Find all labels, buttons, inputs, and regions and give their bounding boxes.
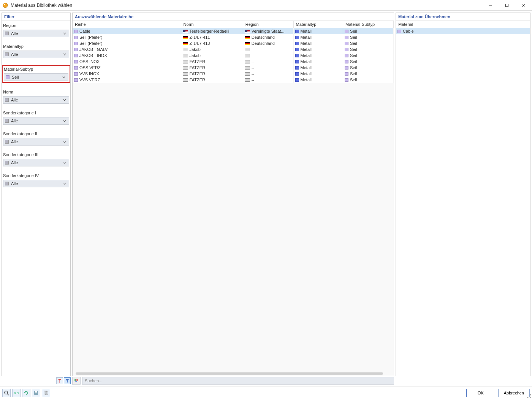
swatch-icon bbox=[74, 42, 78, 45]
swatch-icon bbox=[345, 78, 348, 82]
decimal-tool-button[interactable]: 0,00 bbox=[12, 389, 21, 397]
table-row[interactable]: OSS INOXFATZER--MetallSeil bbox=[73, 59, 394, 65]
filter-dropdown-sk3[interactable]: Alle bbox=[3, 159, 69, 166]
filter-dropdown-materialtyp[interactable]: Alle bbox=[3, 51, 69, 58]
swatch-icon bbox=[5, 182, 9, 185]
swatch-icon bbox=[397, 30, 401, 33]
swatch-icon bbox=[74, 66, 78, 70]
svg-point-7 bbox=[74, 379, 76, 381]
table-row[interactable]: VVS VERZFATZER--MetallSeil bbox=[73, 77, 394, 83]
horizontal-scrollbar[interactable] bbox=[76, 372, 383, 375]
filter-label-sk3: Sonderkategorie III bbox=[3, 152, 69, 157]
flag-icon bbox=[245, 36, 250, 39]
material-series-header: Auszuwählende Materialreihe bbox=[73, 13, 394, 21]
table-row[interactable]: JAKOB - INOXJakob--MetallSeil bbox=[73, 52, 394, 59]
search-input[interactable] bbox=[82, 377, 394, 385]
filter-group-region: RegionAlle bbox=[3, 23, 69, 37]
swatch-icon bbox=[5, 98, 9, 102]
swatch-icon bbox=[74, 30, 78, 33]
chevron-down-icon bbox=[62, 98, 67, 102]
filter-value-materialtyp: Alle bbox=[11, 52, 62, 57]
column-header[interactable]: Material-Subtyp bbox=[343, 21, 394, 28]
resize-grip-icon[interactable] bbox=[527, 394, 531, 398]
filter-panel-header: Filter bbox=[2, 13, 70, 21]
filter-toggle-button[interactable] bbox=[64, 377, 71, 384]
table-row[interactable]: Seil (Pfeifer)Z-14.7-413DeutschlandMetal… bbox=[73, 40, 394, 46]
chevron-down-icon bbox=[62, 52, 67, 56]
clear-filter-button[interactable] bbox=[56, 377, 63, 384]
copy-tool-button[interactable] bbox=[42, 389, 50, 397]
filter-dropdown-region[interactable]: Alle bbox=[3, 30, 69, 37]
group-icon[interactable] bbox=[72, 377, 81, 385]
column-header[interactable]: Reihe bbox=[73, 21, 181, 28]
filter-value-region: Alle bbox=[11, 31, 62, 36]
filter-dropdown-norm[interactable]: Alle bbox=[3, 96, 69, 104]
chevron-down-icon bbox=[62, 161, 67, 165]
table-row[interactable]: OSS VERZFATZER--MetallSeil bbox=[73, 65, 394, 71]
filter-group-sk3: Sonderkategorie IIIAlle bbox=[3, 152, 69, 166]
table-row[interactable]: JAKOB - GALVJakob--MetallSeil bbox=[73, 46, 394, 52]
list-item-label: Cable bbox=[403, 29, 414, 33]
swatch-icon bbox=[295, 60, 299, 63]
flag-icon bbox=[245, 54, 250, 57]
swatch-icon bbox=[5, 52, 9, 56]
material-series-panel: Auszuwählende Materialreihe ReiheNormReg… bbox=[72, 13, 394, 376]
swatch-icon bbox=[295, 54, 299, 57]
svg-point-19 bbox=[529, 396, 529, 396]
column-header[interactable]: Region bbox=[243, 21, 293, 28]
svg-point-10 bbox=[5, 391, 8, 394]
filter-group-norm: NormAlle bbox=[3, 90, 69, 104]
column-header[interactable]: Materialtyp bbox=[293, 21, 343, 28]
column-header[interactable]: Norm bbox=[181, 21, 243, 28]
filter-panel: Filter RegionAlleMaterialtypAlleMaterial… bbox=[2, 13, 71, 376]
search-tool-button[interactable] bbox=[2, 389, 11, 397]
svg-point-9 bbox=[75, 381, 77, 383]
maximize-button[interactable] bbox=[499, 0, 515, 11]
cancel-button[interactable]: Abbrechen bbox=[498, 389, 530, 397]
filter-dropdown-sk2[interactable]: Alle bbox=[3, 138, 69, 146]
swatch-icon bbox=[345, 60, 348, 63]
swatch-icon bbox=[5, 161, 9, 165]
filter-dropdown-sk4[interactable]: Alle bbox=[3, 180, 69, 187]
refresh-tool-button[interactable] bbox=[22, 389, 30, 397]
ok-button[interactable]: OK bbox=[466, 389, 495, 397]
close-button[interactable] bbox=[515, 0, 532, 11]
selected-material-panel: Material zum Übernehmen Material Cable bbox=[396, 13, 530, 376]
flag-icon bbox=[183, 48, 188, 51]
chevron-down-icon bbox=[62, 140, 67, 144]
swatch-icon bbox=[74, 48, 78, 51]
table-row[interactable]: Seil (Pfeifer)Z-14.7-411DeutschlandMetal… bbox=[73, 34, 394, 40]
svg-line-11 bbox=[7, 394, 9, 395]
swatch-icon bbox=[5, 119, 9, 123]
flag-icon bbox=[183, 36, 188, 39]
selected-material-list[interactable]: Cable bbox=[396, 28, 530, 376]
list-item[interactable]: Cable bbox=[396, 28, 530, 34]
svg-point-20 bbox=[530, 397, 531, 398]
swatch-icon bbox=[74, 36, 78, 39]
save-tool-button[interactable] bbox=[32, 389, 40, 397]
material-series-grid[interactable]: ReiheNormRegionMaterialtypMaterial-Subty… bbox=[73, 21, 394, 376]
filter-group-sk2: Sonderkategorie IIAlle bbox=[3, 131, 69, 146]
swatch-icon bbox=[345, 30, 348, 33]
flag-icon bbox=[183, 78, 188, 82]
below-panels-bar bbox=[0, 376, 532, 386]
selected-material-column-header: Material bbox=[396, 21, 530, 28]
svg-point-8 bbox=[76, 379, 78, 381]
table-row[interactable]: CableTeufelberger-RedaelliVereinigte Sta… bbox=[73, 28, 394, 34]
flag-icon bbox=[183, 42, 188, 45]
filter-dropdown-material_subtyp[interactable]: Seil bbox=[4, 73, 68, 81]
swatch-icon bbox=[5, 140, 9, 144]
svg-rect-3 bbox=[506, 4, 508, 6]
swatch-icon bbox=[74, 72, 78, 76]
filter-label-norm: Norm bbox=[3, 90, 69, 94]
flag-icon bbox=[183, 72, 188, 76]
swatch-icon bbox=[295, 66, 299, 70]
swatch-icon bbox=[74, 60, 78, 63]
flag-icon bbox=[245, 78, 250, 82]
filter-dropdown-sk1[interactable]: Alle bbox=[3, 117, 69, 125]
filter-label-materialtyp: Materialtyp bbox=[3, 44, 69, 49]
minimize-button[interactable] bbox=[482, 0, 499, 11]
swatch-icon bbox=[295, 48, 299, 51]
table-row[interactable]: VVS INOXFATZER--MetallSeil bbox=[73, 71, 394, 77]
main-area: Filter RegionAlleMaterialtypAlleMaterial… bbox=[0, 11, 532, 376]
